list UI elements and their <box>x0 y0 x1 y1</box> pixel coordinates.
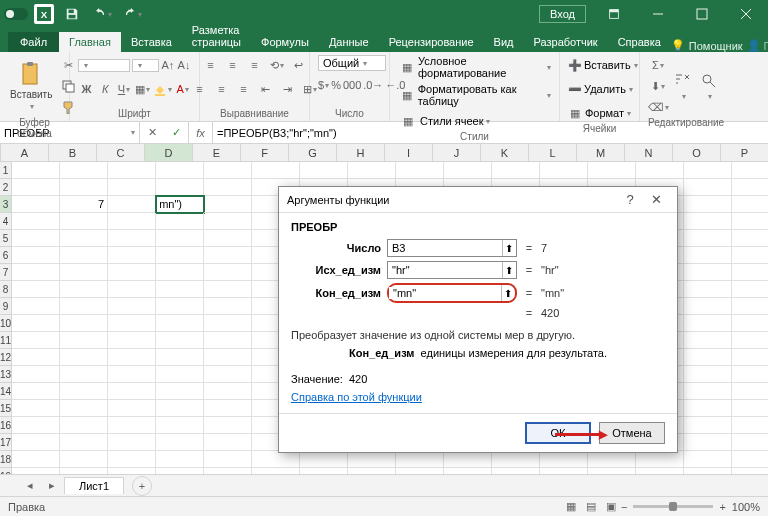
cell[interactable] <box>636 162 684 179</box>
cell[interactable] <box>108 434 156 451</box>
cell[interactable] <box>204 349 252 366</box>
cell[interactable] <box>60 162 108 179</box>
cell[interactable] <box>396 451 444 468</box>
cell[interactable] <box>108 281 156 298</box>
save-icon[interactable] <box>60 2 84 26</box>
row-header[interactable]: 2 <box>0 179 11 196</box>
cell[interactable] <box>156 213 204 230</box>
tab-home[interactable]: Главная <box>59 32 121 52</box>
cell[interactable] <box>156 247 204 264</box>
cell[interactable] <box>732 298 768 315</box>
arg-input[interactable]: ⬆ <box>387 239 517 257</box>
cell[interactable] <box>156 366 204 383</box>
minimize-icon[interactable] <box>636 0 680 28</box>
cell[interactable] <box>732 315 768 332</box>
row-header[interactable]: 7 <box>0 264 11 281</box>
cell[interactable] <box>684 434 732 451</box>
cell[interactable] <box>12 196 60 213</box>
cell[interactable] <box>492 468 540 474</box>
cell[interactable] <box>732 230 768 247</box>
cell[interactable] <box>12 434 60 451</box>
cell[interactable] <box>732 400 768 417</box>
cell[interactable] <box>684 281 732 298</box>
view-break-icon[interactable]: ▣ <box>601 497 621 517</box>
cell[interactable] <box>60 417 108 434</box>
cell[interactable] <box>684 298 732 315</box>
cell[interactable] <box>252 468 300 474</box>
cell[interactable] <box>204 230 252 247</box>
col-header[interactable]: C <box>97 144 145 161</box>
cell[interactable] <box>204 434 252 451</box>
cell[interactable] <box>732 468 768 474</box>
cell[interactable] <box>156 417 204 434</box>
cell[interactable] <box>108 451 156 468</box>
cell[interactable] <box>156 281 204 298</box>
cell[interactable] <box>204 298 252 315</box>
font-color-icon[interactable]: A▾ <box>174 79 191 99</box>
fill-color-icon[interactable]: ▾ <box>153 79 172 99</box>
cell[interactable] <box>732 332 768 349</box>
col-header[interactable]: O <box>673 144 721 161</box>
fill-icon[interactable]: ⬇▾ <box>648 76 668 96</box>
cell[interactable] <box>444 162 492 179</box>
cell[interactable]: mn") <box>156 196 204 213</box>
row-header[interactable]: 6 <box>0 247 11 264</box>
cell[interactable] <box>12 349 60 366</box>
cell[interactable] <box>156 451 204 468</box>
cell[interactable] <box>204 196 252 213</box>
cell[interactable] <box>156 315 204 332</box>
clear-icon[interactable]: ⌫▾ <box>648 97 668 117</box>
cell[interactable] <box>12 281 60 298</box>
cell[interactable] <box>156 468 204 474</box>
cell[interactable] <box>732 451 768 468</box>
cell[interactable] <box>204 264 252 281</box>
cancel-formula-icon[interactable]: ✕ <box>140 126 164 139</box>
cell[interactable] <box>684 196 732 213</box>
currency-icon[interactable]: $▾ <box>318 75 329 95</box>
align-bot-icon[interactable]: ≡ <box>245 55 265 75</box>
cell[interactable] <box>732 196 768 213</box>
cell[interactable] <box>492 162 540 179</box>
indent-dec-icon[interactable]: ⇤ <box>256 79 276 99</box>
cell[interactable] <box>60 366 108 383</box>
cell[interactable] <box>444 468 492 474</box>
cell[interactable] <box>252 162 300 179</box>
cell[interactable] <box>684 400 732 417</box>
cell[interactable] <box>60 230 108 247</box>
range-picker-icon[interactable]: ⬆ <box>502 262 516 278</box>
cell[interactable] <box>684 383 732 400</box>
col-header[interactable]: M <box>577 144 625 161</box>
cell[interactable] <box>684 332 732 349</box>
inc-decimal-icon[interactable]: .0→ <box>363 75 383 95</box>
row-header[interactable]: 16 <box>0 417 11 434</box>
cond-format-button[interactable]: ▦Условное форматирование▾ <box>398 55 551 79</box>
wrap-icon[interactable]: ↩ <box>289 55 309 75</box>
arg-input[interactable]: ⬆ <box>387 283 517 303</box>
format-table-button[interactable]: ▦Форматировать как таблицу▾ <box>398 83 551 107</box>
cell[interactable] <box>732 162 768 179</box>
row-header[interactable]: 13 <box>0 366 11 383</box>
cell[interactable] <box>108 349 156 366</box>
sort-filter-button[interactable]: ▾ <box>672 70 694 103</box>
row-header[interactable]: 4 <box>0 213 11 230</box>
cell[interactable] <box>156 264 204 281</box>
tab-nav-next-icon[interactable]: ▸ <box>42 476 62 496</box>
dialog-help-link[interactable]: Справка по этой функции <box>291 391 422 403</box>
cell[interactable] <box>732 383 768 400</box>
orientation-icon[interactable]: ⟲▾ <box>267 55 287 75</box>
cell[interactable] <box>12 366 60 383</box>
login-button[interactable]: Вход <box>539 5 586 23</box>
tab-layout[interactable]: Разметка страницы <box>182 20 251 52</box>
tab-data[interactable]: Данные <box>319 32 379 52</box>
enter-formula-icon[interactable]: ✓ <box>164 126 188 139</box>
cell[interactable] <box>684 366 732 383</box>
cell[interactable] <box>108 417 156 434</box>
bold-icon[interactable]: Ж <box>78 79 95 99</box>
cancel-button[interactable]: Отмена <box>599 422 665 444</box>
cell[interactable] <box>60 468 108 474</box>
cell[interactable] <box>204 332 252 349</box>
cell[interactable] <box>12 332 60 349</box>
cell[interactable] <box>156 349 204 366</box>
cell[interactable] <box>732 434 768 451</box>
row-header[interactable]: 1 <box>0 162 11 179</box>
